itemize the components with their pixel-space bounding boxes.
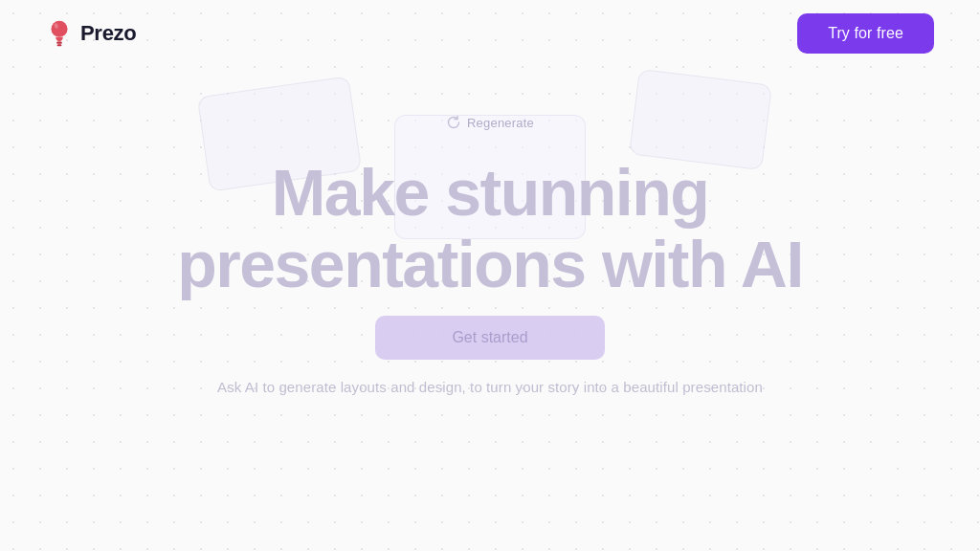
try-for-free-button[interactable]: Try for free [797,13,934,54]
svg-rect-2 [57,44,62,46]
hero-title-line2: presentations with AI [177,228,803,300]
hero-section: Regenerate Make stunning presentations w… [0,67,980,395]
svg-point-0 [52,21,68,37]
navbar: Prezo Try for free [0,0,980,67]
lightbulb-icon [46,17,73,50]
logo-link[interactable]: Prezo [46,17,136,50]
hero-subtitle: Ask AI to generate layouts and design, t… [217,379,763,395]
hero-title-line1: Make stunning [272,156,709,229]
get-started-button[interactable]: Get started [375,316,604,360]
hero-title: Make stunning presentations with AI [177,157,803,300]
regenerate-label: Regenerate [446,115,534,130]
regenerate-icon [446,115,461,130]
svg-rect-1 [56,42,62,44]
brand-name: Prezo [80,21,136,46]
regenerate-text: Regenerate [467,116,534,130]
